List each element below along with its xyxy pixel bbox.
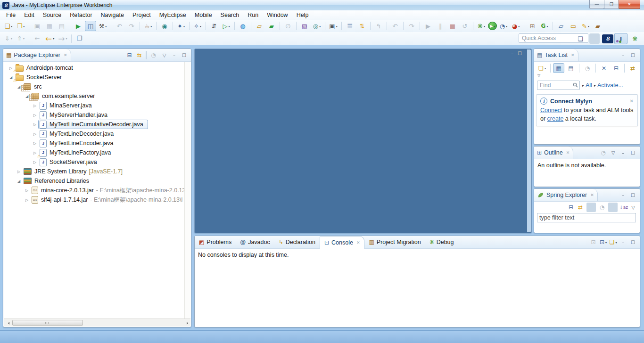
menu-window[interactable]: Window [263,11,292,19]
minimize-icon[interactable]: – [618,148,628,158]
maximize-icon[interactable]: ☐ [628,190,638,200]
print-icon[interactable]: ▤ [56,21,67,31]
hide-completed-icon[interactable]: ✕ [598,63,610,73]
tab-console[interactable]: ⊡ Console ✕ [320,236,364,249]
scheduled-view-icon[interactable]: ▤ [565,63,577,73]
menu-run[interactable]: Run [243,11,263,19]
new-javaee-component-icon[interactable]: ☕ [142,21,154,31]
sort-icon[interactable]: ↓az [619,203,628,212]
focus-on-task-icon[interactable]: ◔ [597,203,607,212]
tree-item[interactable]: ▷ JRE System Library [JavaSE-1.7] [4,167,184,176]
menu-search[interactable]: Search [216,11,244,19]
expand-arrow-icon[interactable]: ▷ [32,160,38,164]
maximize-icon[interactable]: ☐ [518,51,522,56]
filter-input[interactable] [537,213,636,222]
new-web-project-icon[interactable]: ❐ [15,21,26,31]
tree-item[interactable]: ▷ MyTextLineCumulativeDecoder.java [4,120,184,129]
menu-edit[interactable]: Edit [20,11,39,19]
close-icon[interactable]: ✕ [571,53,575,57]
menu-myeclipse[interactable]: MyEclipse [155,11,190,19]
sync-folder-icon[interactable]: ▰ [266,21,277,31]
tree-item[interactable]: ◢ Referenced Libraries [4,176,184,186]
view-menu-icon[interactable]: ▽ [608,148,618,158]
commit-icon[interactable]: ⇓ [3,33,14,44]
last-edit-location-icon[interactable]: ← [32,33,43,44]
update-icon[interactable]: ⇑ [15,33,26,44]
jar-sync-icon[interactable]: ⇵ [208,21,220,31]
previous-annotation-icon[interactable]: ↶ [114,21,125,31]
minimize-icon[interactable]: – [511,51,513,56]
close-button[interactable]: ✕ [619,0,640,9]
collapse-all-icon[interactable]: ⊟ [124,50,134,60]
terminate-icon[interactable]: ■ [447,21,458,31]
tab-spring-explorer[interactable]: Spring Explorer ✕ [534,189,598,201]
focus-on-workweek-icon[interactable]: ◔ [582,63,593,73]
menu-refactor[interactable]: Refactor [66,11,96,19]
minimize-icon[interactable]: – [618,50,628,60]
debug-icon[interactable]: ❋ [476,21,487,31]
tab-project-migration[interactable]: ▥ Project Migration [364,236,425,248]
expand-arrow-icon[interactable]: ▸ [594,83,596,88]
tab-task-list[interactable]: ▤ Task List ✕ [534,49,578,61]
minimize-icon[interactable]: – [618,237,628,247]
menu-mobile[interactable]: Mobile [190,11,216,19]
save-all-icon[interactable]: ▦ [44,21,55,31]
link-with-editor-icon[interactable]: ❐ [74,33,85,44]
open-folder-icon[interactable]: ▱ [254,21,265,31]
tree-item[interactable]: ▷ MyTextLineFactory.java [4,148,184,157]
expand-arrow-icon[interactable]: ◢ [16,179,22,183]
menu-project[interactable]: Project [128,11,155,19]
link-with-editor-icon[interactable]: ⇄ [576,203,585,212]
restore-button[interactable]: ❐ [604,0,619,9]
generate-icon[interactable]: G [539,21,550,31]
categorized-view-icon[interactable]: ▦ [553,63,564,73]
toggle-sort-icon[interactable]: ⇅ [356,21,368,31]
close-icon[interactable]: ✕ [64,53,67,57]
expand-arrow-icon[interactable]: ▸ [582,83,584,88]
tab-outline[interactable]: ⊞ Outline ✕ [534,147,573,159]
back-icon[interactable]: ← [44,33,56,44]
tree-item[interactable]: ▷ MinaServer.java [4,101,184,110]
myeclipse-perspective-icon[interactable]: 8 [602,34,613,43]
tab-problems[interactable]: ◩ Problems [195,236,236,248]
debug-perspective-icon[interactable]: ❋ [628,33,642,44]
menu-source[interactable]: Source [39,11,66,19]
run-history-icon[interactable]: ◔ [498,21,509,31]
vertical-scrollbar[interactable] [184,62,190,318]
myeclipse-deploy-wizard-icon[interactable]: ✧ [192,21,203,31]
web-service-icon[interactable]: ◎ [311,21,322,31]
run-external-tools-icon[interactable]: ▷ [221,21,232,31]
view-menu-icon[interactable]: ▽ [159,50,169,60]
open-perspective-icon[interactable]: ❏ [574,33,587,44]
mylyn-text-segment[interactable]: Connect [540,107,562,114]
scroll-left-icon[interactable] [4,319,11,327]
menu-file[interactable]: File [2,11,20,19]
tasklist-filter-all[interactable]: All [586,82,592,89]
expand-arrow-icon[interactable]: ▷ [32,104,38,108]
maximize-icon[interactable]: ☐ [179,50,189,60]
expand-arrow-icon[interactable]: ▷ [24,198,30,202]
profile-icon[interactable]: ◕ [510,21,521,31]
maximize-icon[interactable]: ☐ [628,50,638,60]
open-console-icon[interactable]: ❏ [608,237,618,247]
deploy-device-icon[interactable]: ◫ [85,21,96,31]
close-icon[interactable]: ✕ [630,98,634,104]
build-hammer-icon[interactable]: ⚒ [97,21,108,31]
new-task-icon[interactable]: ❏ [537,63,548,73]
minimize-icon[interactable]: – [169,50,179,60]
marker-pen-icon[interactable]: ✎ [580,21,591,31]
collapse-all-icon[interactable]: ⊟ [566,203,576,212]
tab-javadoc[interactable]: @ Javadoc [236,236,274,248]
maximize-icon[interactable]: ☐ [628,148,638,158]
open-type-icon[interactable]: ▰ [592,21,603,31]
junit-icon[interactable]: ⊞ [527,21,538,31]
focus-on-task-icon[interactable]: ◔ [149,50,158,60]
tree-item[interactable]: ◢ com.example.server [4,91,184,101]
save-icon[interactable]: ▣ [32,21,43,31]
clipboard-folder-icon[interactable]: ▭ [568,21,579,31]
step-return-icon[interactable]: ↰ [373,21,384,31]
synchronize-icon[interactable]: ⇄ [627,63,638,73]
web20-icon[interactable]: ◉ [159,21,170,31]
tab-debug[interactable]: ❋ Debug [425,236,458,248]
tab-package-explorer[interactable]: ▦ Package Explorer ✕ [3,49,71,61]
